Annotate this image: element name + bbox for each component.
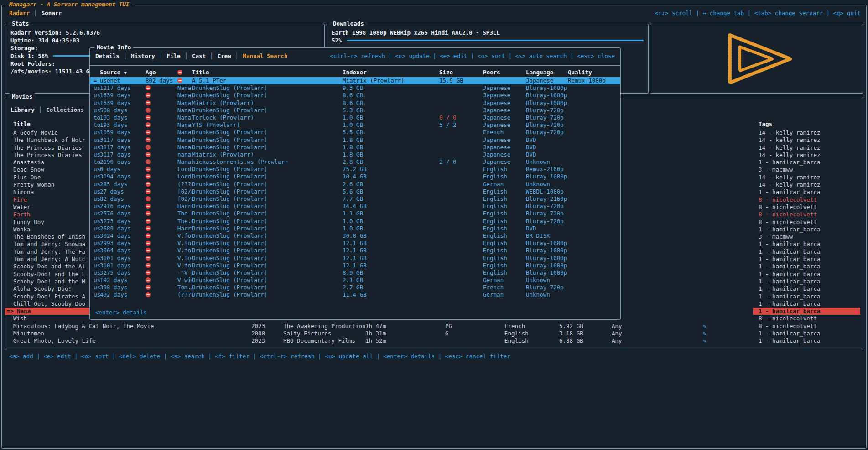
movie-tags-cell: 1 - hamilcar_barca xyxy=(753,308,863,315)
search-result-row[interactable]: usenet 508 days Nana.2005.REPACK.720p.Bl… xyxy=(90,107,620,114)
search-result-row[interactable]: usenet 27 days [02/44] "Transporter 2.20… xyxy=(90,188,620,195)
header-quality[interactable]: Quality xyxy=(568,69,617,76)
release-size: 1.0 GB xyxy=(343,121,439,129)
release-age: 3117 days xyxy=(100,144,146,151)
release-title: V.for.Vendetta.2005.1080p.BluRay.DTS.x26… xyxy=(177,247,192,254)
blocked-icon xyxy=(146,270,151,275)
search-result-row[interactable]: usenet 1639 days Nana.2005.REPACK.1080p.… xyxy=(90,99,620,107)
release-source: usenet xyxy=(94,247,100,254)
release-quality: Bluray-1080p xyxy=(526,240,568,247)
search-result-row[interactable]: usenet 2689 days Harry.Potter.and.the.Go… xyxy=(90,225,620,232)
header-indexer[interactable]: Indexer xyxy=(343,69,439,76)
release-age: 82 days xyxy=(100,195,146,203)
search-result-row[interactable]: usenet 2576 days The.Goblet.Of.Fire.BluR… xyxy=(90,210,620,217)
movie-size: 6.88 GB xyxy=(559,337,612,345)
tab-radarr[interactable]: Radarr xyxy=(9,10,30,16)
header-age[interactable]: Age xyxy=(146,69,177,76)
movie-info-hints: <ctrl-r> refresh | <u> update | <e> edit… xyxy=(330,52,615,60)
release-peers xyxy=(439,203,483,210)
movie-profile xyxy=(612,196,703,204)
search-result-row[interactable]: usenet 3117 days nana.2005.dvdrip.xvid.f… xyxy=(90,151,620,158)
search-result-row[interactable]: torrent 193 days Nana (2005) [REPACK] [7… xyxy=(90,114,620,121)
search-result-row[interactable]: usenet 2993 days V.for.Vendetta.2005.108… xyxy=(90,240,620,247)
movie-profile xyxy=(612,144,703,152)
movie-tags-cell: 1 - hamilcar_barca xyxy=(753,330,863,337)
movie-row[interactable]: Great Photo, Lovely Life 2023 HBO Docume… xyxy=(5,337,863,345)
search-result-row[interactable]: torrent 193 days Nana (2005) 720p BRRip … xyxy=(90,121,620,129)
release-indexer: DrunkenSlug (Prowlarr) xyxy=(192,232,343,240)
release-rejected xyxy=(146,210,177,217)
search-result-row[interactable]: usenet 1059 days Nana.2005.FRENCH.720p.B… xyxy=(90,129,620,136)
search-result-row[interactable]: usenet 0 days Lord.of.War.2005.2160p.Blu… xyxy=(90,166,620,173)
movie-tags-cell: 1 - hamilcar_barca xyxy=(753,226,863,233)
monitored-icon xyxy=(703,263,753,270)
header-source[interactable]: Source ▼ xyxy=(100,69,146,76)
tab-collections[interactable]: Collections xyxy=(46,106,84,113)
search-result-row[interactable]: => usenet 802 days A 5.1-PTer Miatrix (P… xyxy=(90,77,620,84)
release-language: French xyxy=(483,284,526,291)
movies-header-tags[interactable]: Tags xyxy=(753,120,863,128)
search-result-row[interactable]: usenet 82 days [02/83] "Harry.Potter.and… xyxy=(90,195,620,203)
monitored-icon xyxy=(703,129,753,136)
movie-tags: 8 - nicolecolvett xyxy=(759,211,817,218)
movie-tags-cell: 3 - macmww xyxy=(753,166,863,173)
search-result-row[interactable]: usenet 1639 days Nana.2005.REPACK.1080p.… xyxy=(90,92,620,99)
header-language[interactable]: Language xyxy=(526,69,568,76)
selection-marker: => xyxy=(94,77,97,84)
movie-tags-cell: 8 - nicolecolvett xyxy=(753,204,863,211)
release-language: English xyxy=(483,262,526,269)
release-quality: Remux-2160p xyxy=(526,166,568,173)
monitored-icon xyxy=(703,293,753,300)
header-rejected[interactable] xyxy=(177,69,192,76)
tab-file[interactable]: File xyxy=(166,52,180,59)
header-size[interactable]: Size xyxy=(439,69,483,76)
tab-details[interactable]: Details xyxy=(95,52,120,59)
release-quality: DVD xyxy=(526,151,568,158)
release-peers xyxy=(439,277,483,284)
tab-history[interactable]: History xyxy=(131,52,155,59)
tab-manual-search[interactable]: Manual Search xyxy=(243,52,287,59)
search-result-row[interactable]: usenet 3275 days -"V pour vendetta.2005.… xyxy=(90,269,620,277)
tab-separator xyxy=(39,106,42,113)
movie-profile xyxy=(612,129,703,136)
search-result-row[interactable]: usenet 492 days (????) [01/65] - "Miss U… xyxy=(90,291,620,298)
release-rejected xyxy=(146,144,177,151)
movie-row[interactable]: Miraculous: Ladybug & Cat Noir, The Movi… xyxy=(5,323,863,330)
release-peers xyxy=(483,77,526,84)
header-title[interactable]: Title xyxy=(192,69,343,76)
search-result-row[interactable]: usenet 3064 days V.for.Vendetta.2005.108… xyxy=(90,247,620,254)
tab-library[interactable]: Library xyxy=(10,106,35,113)
search-result-row[interactable]: usenet 192 days V wie Vendetta - 2005 - … xyxy=(90,277,620,284)
movie-profile xyxy=(612,308,703,315)
release-language: English xyxy=(483,247,526,254)
tab-separator xyxy=(159,52,163,59)
search-result-row[interactable]: usenet 285 days (????) [01/34] - "Lord o… xyxy=(90,181,620,188)
search-result-row[interactable]: usenet 398 days Tom.And.Jerry.The.Fast.A… xyxy=(90,284,620,291)
tab-sonarr[interactable]: Sonarr xyxy=(42,10,62,16)
search-result-row[interactable]: usenet 3101 days V.for.Vendetta.2005.108… xyxy=(90,255,620,262)
tab-crew[interactable]: Crew xyxy=(218,52,231,59)
movie-profile xyxy=(612,256,703,263)
movie-title: Scooby-Doo! and the L xyxy=(13,271,85,277)
tab-cast[interactable]: Cast xyxy=(192,52,206,59)
search-result-row[interactable]: usenet 3117 days Nana.2005.DVDRip.XviD.A… xyxy=(90,144,620,151)
search-result-row[interactable]: usenet 3273 days The.Goblet.Of.Fire.2005… xyxy=(90,218,620,225)
header-peers[interactable]: Peers xyxy=(483,69,526,76)
release-language: Japanese xyxy=(526,77,568,84)
search-result-row[interactable]: usenet 3024 days V.for.Vendetta.2005.Blu… xyxy=(90,232,620,240)
search-table-header[interactable]: Source ▼ Age Title Indexer Size Peers La… xyxy=(90,69,620,76)
monitored-icon xyxy=(703,256,753,263)
search-result-row[interactable]: usenet 1217 days Nana.2005.REPACK.1080p.… xyxy=(90,84,620,92)
release-peers xyxy=(439,151,483,158)
search-result-row[interactable]: usenet 3101 days V.for.Vendetta.2005.108… xyxy=(90,262,620,269)
movie-row[interactable]: Minutemen 2008 Salty Pictures 1h 31m G E… xyxy=(5,330,863,337)
release-age: 492 days xyxy=(100,291,146,298)
search-result-row[interactable]: usenet 3194 days Lord.of.War.2005.1080p.… xyxy=(90,173,620,180)
movie-tags: 1 - hamilcar_barca xyxy=(759,159,820,166)
search-result-row[interactable]: usenet 3117 days Nana.2005.DVDRip.XviD.A… xyxy=(90,136,620,144)
movie-tags: 1 - hamilcar_barca xyxy=(759,293,820,300)
search-result-row[interactable]: torrent 2190 days Nana (2005) kickasstor… xyxy=(90,158,620,166)
release-quality: Remux-1080p xyxy=(568,77,617,84)
search-result-row[interactable]: usenet 2916 days Harry.Potter.and.the.Go… xyxy=(90,203,620,210)
release-language: English xyxy=(483,210,526,217)
